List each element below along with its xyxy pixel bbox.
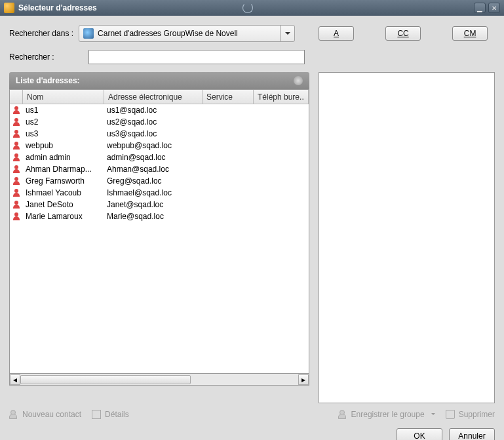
selected-recipients-box[interactable] xyxy=(319,72,495,403)
row-name: us2 xyxy=(23,117,104,127)
titlebar: Sélecteur d'adresses ▁ ✕ xyxy=(0,0,504,16)
details-label: Détails xyxy=(105,410,129,419)
cc-button[interactable]: CC xyxy=(385,26,421,41)
row-name: admin admin xyxy=(23,153,104,162)
person-icon xyxy=(12,212,20,220)
row-name: Janet DeSoto xyxy=(23,200,104,209)
person-icon xyxy=(12,177,20,185)
details-icon xyxy=(92,410,101,419)
row-icon xyxy=(10,201,23,209)
col-icon[interactable] xyxy=(10,90,23,104)
person-icon xyxy=(12,142,20,150)
row-email: Ahman@sqad.loc xyxy=(104,165,203,174)
person-icon xyxy=(12,165,20,173)
search-in-label: Rechercher dans : xyxy=(9,29,73,38)
new-contact-label: Nouveau contact xyxy=(22,410,81,419)
person-icon xyxy=(9,410,18,419)
address-book-combo[interactable]: Carnet d'adresses GroupWise de Novell xyxy=(79,25,295,42)
row-icon xyxy=(10,153,23,161)
address-book-icon xyxy=(83,28,94,39)
bcc-button[interactable]: CM xyxy=(452,26,488,41)
row-name: webpub xyxy=(23,141,104,150)
search-input[interactable] xyxy=(88,50,305,64)
row-email: Greg@sqad.loc xyxy=(104,176,203,186)
row-icon xyxy=(10,189,23,197)
address-list-header-label: Liste d'adresses: xyxy=(16,76,80,85)
row-icon xyxy=(10,142,23,150)
new-contact-button[interactable]: Nouveau contact xyxy=(9,410,81,419)
delete-label: Supprimer xyxy=(459,410,495,419)
row-email: us3@sqad.loc xyxy=(104,129,203,138)
address-book-selected: Carnet d'adresses GroupWise de Novell xyxy=(98,29,280,38)
scroll-right-icon[interactable]: ▸ xyxy=(298,374,309,385)
table-row[interactable]: us3us3@sqad.loc xyxy=(10,128,309,140)
cancel-button[interactable]: Annuler xyxy=(449,428,495,440)
delete-button[interactable]: Supprimer xyxy=(446,410,495,419)
table-row[interactable]: webpubwebpub@sqad.loc xyxy=(10,140,309,151)
col-service[interactable]: Service xyxy=(203,90,254,104)
table-row[interactable]: us2us2@sqad.loc xyxy=(10,116,309,128)
details-button[interactable]: Détails xyxy=(92,410,129,419)
person-icon xyxy=(12,118,20,126)
app-icon xyxy=(4,3,14,13)
row-icon xyxy=(10,177,23,185)
horizontal-scrollbar[interactable]: ◂ ▸ xyxy=(9,374,309,386)
table-row[interactable]: Marie LamarouxMarie@sqad.loc xyxy=(10,210,309,222)
scroll-left-icon[interactable]: ◂ xyxy=(10,374,20,385)
person-icon xyxy=(12,130,20,138)
search-label: Rechercher : xyxy=(9,52,83,62)
person-icon xyxy=(12,106,20,114)
row-email: Marie@sqad.loc xyxy=(104,212,203,221)
person-icon xyxy=(12,201,20,209)
person-icon xyxy=(12,189,20,197)
row-name: us3 xyxy=(23,129,104,138)
table-row[interactable]: Ishmael YacoubIshmael@sqad.loc xyxy=(10,187,309,199)
person-icon xyxy=(12,153,20,161)
grid-header: Nom Adresse électronique Service Téléph … xyxy=(10,90,309,104)
row-icon xyxy=(10,106,23,114)
table-row[interactable]: Janet DeSotoJanet@sqad.loc xyxy=(10,199,309,210)
combo-arrow-icon[interactable] xyxy=(280,26,294,41)
row-email: admin@sqad.loc xyxy=(104,153,203,162)
row-name: us1 xyxy=(23,106,104,115)
save-group-button[interactable]: Enregistrer le groupe xyxy=(338,410,435,419)
row-name: Ishmael Yacoub xyxy=(23,188,104,197)
chevron-down-icon xyxy=(429,410,435,419)
row-icon xyxy=(10,165,23,173)
row-name: Marie Lamaroux xyxy=(23,212,104,221)
row-email: us1@sqad.loc xyxy=(104,106,203,115)
row-icon xyxy=(10,212,23,220)
address-list-header: Liste d'adresses: xyxy=(9,72,309,89)
table-row[interactable]: Ahman Dharmap...Ahman@sqad.loc xyxy=(10,163,309,175)
table-row[interactable]: us1us1@sqad.loc xyxy=(10,104,309,116)
col-name[interactable]: Nom xyxy=(23,90,104,104)
to-button[interactable]: A xyxy=(319,26,354,41)
minimize-button[interactable]: ▁ xyxy=(474,3,486,13)
scroll-thumb[interactable] xyxy=(20,375,191,384)
table-row[interactable]: Greg FarnsworthGreg@sqad.loc xyxy=(10,175,309,187)
group-icon xyxy=(338,410,347,419)
hand-icon xyxy=(294,76,303,85)
ok-button[interactable]: OK xyxy=(397,428,442,440)
row-email: Ishmael@sqad.loc xyxy=(104,188,203,197)
col-email[interactable]: Adresse électronique xyxy=(104,90,203,104)
row-email: us2@sqad.loc xyxy=(104,117,203,127)
col-phone[interactable]: Téléph bure.. xyxy=(254,90,309,104)
row-email: webpub@sqad.loc xyxy=(104,141,203,150)
row-name: Greg Farnsworth xyxy=(23,176,104,186)
spiral-icon xyxy=(242,3,253,13)
row-icon xyxy=(10,118,23,126)
row-name: Ahman Dharmap... xyxy=(23,165,104,174)
window-title: Sélecteur d'adresses xyxy=(18,3,240,12)
save-group-label: Enregistrer le groupe xyxy=(351,410,425,419)
close-button[interactable]: ✕ xyxy=(488,3,500,13)
table-row[interactable]: admin adminadmin@sqad.loc xyxy=(10,151,309,163)
trash-icon xyxy=(446,410,455,419)
row-icon xyxy=(10,130,23,138)
address-grid: Nom Adresse électronique Service Téléph … xyxy=(9,89,309,374)
row-email: Janet@sqad.loc xyxy=(104,200,203,209)
